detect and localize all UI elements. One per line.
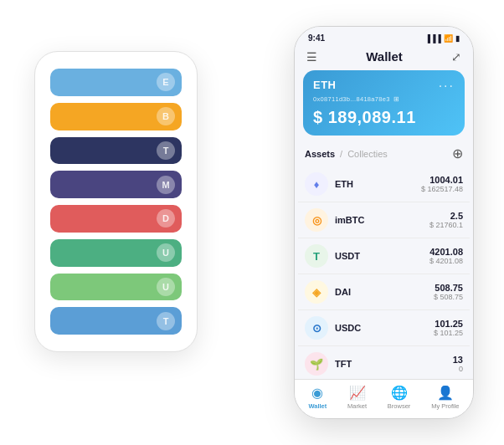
asset-amounts-dai: 508.75$ 508.75 [434, 283, 463, 301]
scene: EBTMDUUT 9:41 ▐▐▐ 📶 ▮ ☰ Wallet ⤢ ETH ···… [18, 18, 486, 427]
assets-tabs: Assets / Collecties [305, 149, 388, 159]
tft-icon: 🌱 [305, 352, 328, 376]
expand-icon[interactable]: ⤢ [451, 50, 461, 64]
header-title: Wallet [366, 49, 403, 64]
asset-name-usdt: USDT [335, 251, 429, 261]
asset-amount-secondary: $ 508.75 [434, 293, 463, 301]
assets-tab-active[interactable]: Assets [305, 149, 335, 159]
eth-card-menu[interactable]: ··· [439, 79, 455, 94]
dai-icon: ◈ [305, 280, 328, 304]
asset-amount-secondary: 0 [453, 365, 463, 373]
asset-amounts-imbtc: 2.5$ 21760.1 [429, 211, 463, 229]
asset-amount-primary: 2.5 [429, 211, 463, 221]
asset-item-usdc[interactable]: ⊙USDC101.25$ 101.25 [298, 310, 470, 346]
status-bar: 9:41 ▐▐▐ 📶 ▮ [295, 27, 473, 46]
asset-amount-primary: 1004.01 [421, 175, 463, 185]
card-icon-5: U [157, 243, 175, 262]
nav-item-browser[interactable]: 🌐Browser [388, 385, 411, 410]
asset-item-imbtc[interactable]: ◎imBTC2.5$ 21760.1 [298, 202, 470, 238]
asset-amount-primary: 13 [453, 355, 463, 365]
card-icon-1: B [157, 107, 175, 125]
card-icon-3: M [157, 176, 175, 194]
wifi-icon: 📶 [444, 34, 453, 43]
nav-icon-my-profile: 👤 [437, 385, 454, 401]
menu-icon[interactable]: ☰ [306, 50, 317, 64]
asset-amount-primary: 101.25 [434, 319, 463, 329]
asset-item-tft[interactable]: 🌱TFT130 [298, 346, 470, 379]
nav-label-market: Market [347, 402, 367, 410]
usdc-icon: ⊙ [305, 316, 328, 340]
nav-item-wallet[interactable]: ◉Wallet [308, 385, 327, 410]
card-icon-4: D [157, 209, 175, 228]
eth-card-address: 0x08711d3b...8418a78e3 ⊞ [313, 95, 455, 103]
assets-tab-inactive[interactable]: Collecties [347, 149, 388, 159]
nav-icon-wallet: ◉ [311, 385, 323, 401]
eth-card-amount: $ 189,089.11 [313, 108, 455, 127]
asset-amount-secondary: $ 101.25 [434, 329, 463, 337]
asset-amount-secondary: $ 162517.48 [421, 185, 463, 193]
assets-list: ♦ETH1004.01$ 162517.48◎imBTC2.5$ 21760.1… [295, 166, 473, 379]
front-phone: 9:41 ▐▐▐ 📶 ▮ ☰ Wallet ⤢ ETH ··· 0x08711d… [294, 26, 474, 419]
nav-label-my-profile: My Profile [431, 402, 459, 410]
wallet-card-4[interactable]: D [50, 205, 182, 233]
wallet-card-2[interactable]: T [50, 137, 182, 165]
asset-amounts-tft: 130 [453, 355, 463, 373]
nav-icon-browser: 🌐 [391, 385, 408, 401]
asset-item-dai[interactable]: ◈DAI508.75$ 508.75 [298, 274, 470, 310]
asset-amount-secondary: $ 4201.08 [429, 257, 463, 265]
wallet-card-6[interactable]: U [50, 274, 182, 301]
phone-header: ☰ Wallet ⤢ [295, 46, 473, 70]
assets-separator: / [340, 149, 342, 159]
assets-header: Assets / Collecties ⊕ [295, 142, 473, 166]
asset-amount-secondary: $ 21760.1 [429, 221, 463, 229]
asset-name-usdc: USDC [335, 323, 434, 333]
asset-name-imbtc: imBTC [335, 215, 429, 225]
nav-label-browser: Browser [388, 402, 411, 410]
asset-amounts-eth: 1004.01$ 162517.48 [421, 175, 463, 193]
asset-amounts-usdt: 4201.08$ 4201.08 [429, 247, 463, 265]
eth-icon: ♦ [305, 172, 328, 196]
asset-name-tft: TFT [335, 359, 453, 369]
wallet-card-5[interactable]: U [50, 239, 182, 267]
nav-item-my-profile[interactable]: 👤My Profile [431, 385, 459, 410]
wallet-card-0[interactable]: E [50, 69, 182, 96]
back-phone: EBTMDUUT [34, 51, 198, 352]
asset-item-usdt[interactable]: TUSDT4201.08$ 4201.08 [298, 238, 470, 274]
assets-add-icon[interactable]: ⊕ [452, 146, 463, 161]
eth-card: ETH ··· 0x08711d3b...8418a78e3 ⊞ $ 189,0… [303, 70, 465, 136]
battery-icon: ▮ [455, 34, 460, 43]
wallet-card-7[interactable]: T [50, 307, 182, 335]
eth-card-title: ETH [313, 79, 337, 91]
card-icon-0: E [157, 73, 175, 91]
nav-icon-market: 📈 [349, 385, 366, 401]
asset-amount-primary: 4201.08 [429, 247, 463, 257]
status-icons: ▐▐▐ 📶 ▮ [425, 34, 460, 43]
nav-item-market[interactable]: 📈Market [347, 385, 367, 410]
imbtc-icon: ◎ [305, 208, 328, 232]
wallet-card-3[interactable]: M [50, 171, 182, 198]
asset-amounts-usdc: 101.25$ 101.25 [434, 319, 463, 337]
card-icon-7: T [157, 312, 175, 330]
asset-item-eth[interactable]: ♦ETH1004.01$ 162517.48 [298, 166, 470, 202]
card-icon-2: T [157, 141, 175, 160]
usdt-icon: T [305, 244, 328, 268]
signal-icon: ▐▐▐ [425, 34, 441, 43]
nav-label-wallet: Wallet [308, 402, 327, 410]
bottom-nav: ◉Wallet📈Market🌐Browser👤My Profile [295, 379, 473, 418]
eth-card-header: ETH ··· [313, 79, 455, 94]
asset-amount-primary: 508.75 [434, 283, 463, 293]
asset-name-eth: ETH [335, 179, 421, 189]
asset-name-dai: DAI [335, 287, 434, 297]
wallet-card-1[interactable]: B [50, 103, 182, 130]
card-icon-6: U [157, 278, 175, 296]
time: 9:41 [308, 33, 325, 43]
